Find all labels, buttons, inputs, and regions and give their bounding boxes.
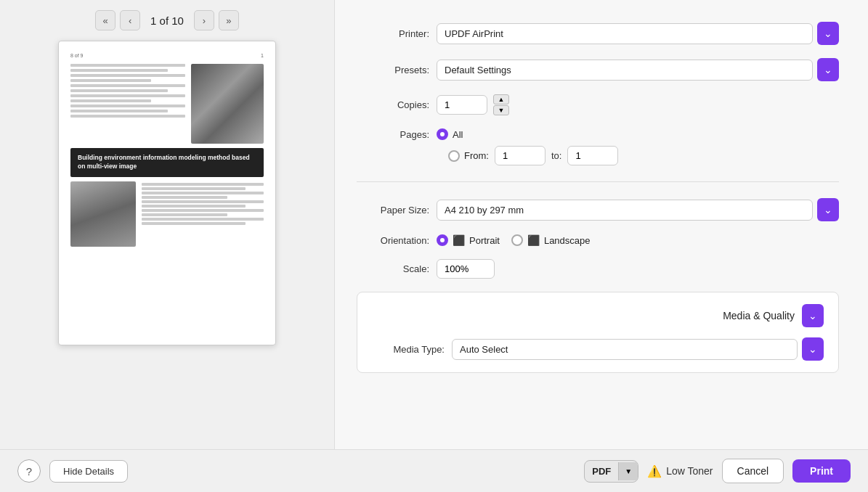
presets-stepper-button[interactable]: ⌄ bbox=[817, 58, 839, 81]
from-to-row: From: 1 to: 1 bbox=[448, 146, 839, 165]
bottom-bar: ? Hide Details PDF ▼ ⚠️ Low Toner Cancel… bbox=[0, 449, 868, 492]
print-label: Print bbox=[810, 465, 833, 477]
paper-size-label: Paper Size: bbox=[357, 205, 429, 216]
pages-all-label: All bbox=[453, 129, 463, 140]
help-icon: ? bbox=[26, 465, 32, 477]
next-page-icon: › bbox=[203, 15, 206, 26]
preview-text-line bbox=[70, 104, 185, 107]
cancel-button[interactable]: Cancel bbox=[722, 459, 784, 483]
copies-up-button[interactable]: ▲ bbox=[493, 94, 509, 104]
preview-text-line bbox=[70, 69, 168, 72]
preview-text-line bbox=[142, 222, 246, 225]
pdf-dropdown-button[interactable]: ▼ bbox=[618, 462, 638, 480]
scale-row: Scale: 100% bbox=[357, 259, 839, 279]
printer-stepper-button[interactable]: ⌄ bbox=[817, 22, 839, 45]
printer-row: Printer: UPDF AirPrint ⌄ bbox=[357, 22, 839, 45]
pages-from-input[interactable]: 1 bbox=[495, 146, 545, 165]
preview-page-left: 8 of 9 bbox=[70, 53, 84, 58]
paper-size-stepper-icon: ⌄ bbox=[824, 205, 832, 215]
preview-text-line bbox=[70, 99, 151, 102]
hide-details-label: Hide Details bbox=[63, 466, 114, 477]
first-page-button[interactable]: « bbox=[95, 10, 115, 30]
landscape-radio[interactable] bbox=[511, 234, 523, 246]
portrait-option[interactable]: ⬛ Portrait bbox=[437, 234, 500, 246]
cancel-label: Cancel bbox=[737, 465, 769, 477]
page-preview: 8 of 9 1 bbox=[58, 41, 276, 345]
pages-all-option[interactable]: All bbox=[437, 128, 463, 140]
pdf-dropdown-icon: ▼ bbox=[625, 467, 632, 475]
presets-select-wrapper: Default Settings ⌄ bbox=[437, 58, 839, 81]
copies-input[interactable]: 1 bbox=[437, 95, 487, 115]
copies-row: Copies: 1 ▲ ▼ bbox=[357, 94, 839, 115]
pages-from-radio[interactable] bbox=[448, 150, 460, 162]
portrait-radio[interactable] bbox=[437, 234, 448, 246]
preview-text-line bbox=[70, 79, 151, 82]
pages-section: Pages: All From: 1 to: 1 bbox=[357, 128, 839, 165]
landscape-option[interactable]: ⬛ Landscape bbox=[511, 234, 591, 246]
low-toner-label: Low Toner bbox=[666, 465, 713, 477]
copies-input-group: 1 ▲ ▼ bbox=[437, 94, 509, 115]
preview-title-block: Building environment information modelin… bbox=[70, 148, 264, 177]
media-type-stepper-button[interactable]: ⌄ bbox=[802, 337, 824, 361]
print-button[interactable]: Print bbox=[792, 459, 851, 483]
right-panel: Printer: UPDF AirPrint ⌄ Presets: Defaul… bbox=[334, 0, 868, 449]
pages-all-row: Pages: All bbox=[357, 128, 839, 140]
preview-text-line bbox=[142, 183, 264, 186]
presets-select-field: Default Settings bbox=[437, 60, 813, 81]
nav-bar: « ‹ 1 of 10 › » bbox=[15, 0, 320, 41]
scale-value: 100% bbox=[445, 263, 469, 274]
last-page-button[interactable]: » bbox=[219, 10, 239, 30]
prev-page-button[interactable]: ‹ bbox=[120, 10, 140, 30]
preview-page-right: 1 bbox=[261, 53, 264, 58]
down-arrow-icon: ▼ bbox=[498, 107, 505, 114]
preview-text-line bbox=[142, 209, 264, 212]
pages-to-value: 1 bbox=[575, 150, 580, 161]
media-header: Media & Quality ⌄ bbox=[372, 304, 824, 327]
landscape-label: Landscape bbox=[544, 235, 591, 246]
presets-label: Presets: bbox=[357, 65, 429, 75]
preview-text-line bbox=[142, 196, 227, 199]
up-arrow-icon: ▲ bbox=[498, 96, 505, 103]
copies-down-button[interactable]: ▼ bbox=[493, 105, 509, 115]
preview-text-line bbox=[142, 192, 264, 194]
portrait-label: Portrait bbox=[469, 235, 500, 246]
preview-text-line bbox=[70, 74, 185, 77]
page-indicator: 1 of 10 bbox=[145, 15, 190, 27]
media-section: Media & Quality ⌄ Media Type: Auto Selec… bbox=[357, 292, 839, 373]
presets-row: Presets: Default Settings ⌄ bbox=[357, 58, 839, 81]
media-type-label: Media Type: bbox=[372, 344, 445, 355]
copies-value: 1 bbox=[445, 99, 450, 110]
media-quality-title: Media & Quality bbox=[723, 310, 795, 321]
printer-value: UPDF AirPrint bbox=[445, 28, 503, 39]
paper-size-value: A4 210 by 297 mm bbox=[445, 205, 524, 216]
media-quality-stepper-icon: ⌄ bbox=[808, 311, 817, 321]
media-type-value: Auto Select bbox=[460, 344, 508, 355]
pages-to-input[interactable]: 1 bbox=[567, 146, 618, 165]
next-page-button[interactable]: › bbox=[194, 10, 214, 30]
preview-content: Building environment information modelin… bbox=[70, 64, 264, 333]
paper-size-stepper-button[interactable]: ⌄ bbox=[817, 198, 839, 221]
divider bbox=[357, 181, 839, 182]
orientation-options: ⬛ Portrait ⬛ Landscape bbox=[437, 234, 591, 246]
hide-details-button[interactable]: Hide Details bbox=[49, 460, 128, 483]
pages-from-label: From: bbox=[464, 150, 489, 161]
media-quality-stepper-button[interactable]: ⌄ bbox=[802, 304, 824, 327]
paper-size-select-wrapper: A4 210 by 297 mm ⌄ bbox=[437, 198, 839, 221]
preview-top-section bbox=[70, 64, 264, 144]
help-button[interactable]: ? bbox=[17, 459, 41, 483]
paper-size-select-field: A4 210 by 297 mm bbox=[437, 200, 813, 221]
preview-bottom-text bbox=[142, 181, 264, 333]
presets-stepper-icon: ⌄ bbox=[824, 65, 832, 75]
preview-text-line bbox=[70, 115, 185, 118]
preview-header: 8 of 9 1 bbox=[70, 53, 264, 58]
orientation-label: Orientation: bbox=[357, 235, 429, 246]
pdf-label: PDF bbox=[585, 461, 618, 482]
pages-from-value: 1 bbox=[503, 150, 508, 161]
pages-all-radio[interactable] bbox=[437, 128, 448, 140]
orientation-row: Orientation: ⬛ Portrait ⬛ Landscape bbox=[357, 234, 839, 246]
pages-from-option[interactable]: From: bbox=[448, 150, 489, 162]
media-type-select-wrapper: Auto Select ⌄ bbox=[452, 337, 824, 361]
portrait-icon: ⬛ bbox=[453, 234, 465, 246]
preview-image-inner bbox=[191, 64, 264, 144]
scale-input[interactable]: 100% bbox=[437, 259, 495, 279]
